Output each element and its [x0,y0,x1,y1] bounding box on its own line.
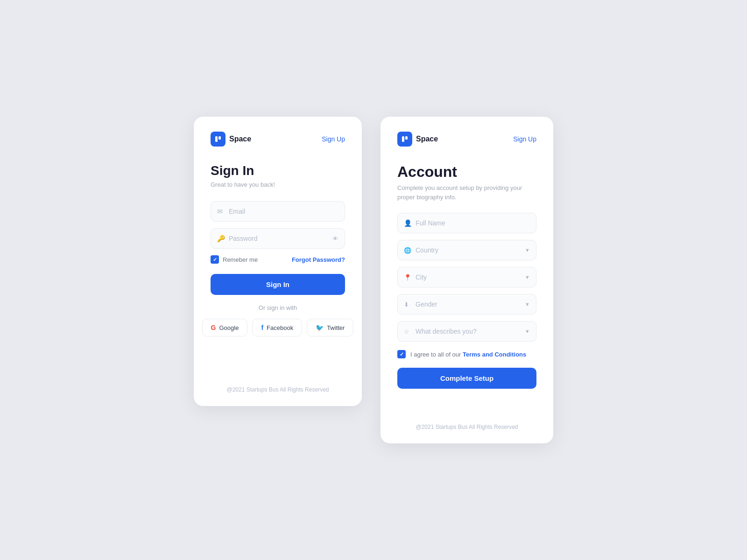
password-icon: 🔑 [217,235,225,242]
city-select[interactable]: City [397,267,536,287]
country-wrapper: 🌐 Country ▼ [397,240,536,260]
facebook-icon: f [261,324,263,331]
account-title: Account [397,163,536,181]
describes-select[interactable]: What describes you? [397,321,536,342]
remember-label: Remeber me [223,256,258,263]
terms-checkbox[interactable] [397,350,406,358]
google-button[interactable]: G Google [202,319,248,336]
social-row: G Google f Facebook 🐦 Twitter [211,319,345,336]
terms-row: I agree to all of our Terms and Conditio… [397,350,536,358]
person-icon: 👤 [404,219,412,227]
gender-select[interactable]: Gender [397,294,536,315]
remember-checkbox[interactable] [211,255,219,264]
city-wrapper: 📍 City ▼ [397,267,536,287]
remember-left: Remeber me [211,255,258,264]
fullname-input[interactable] [397,213,536,233]
email-wrapper: ✉ [211,201,345,222]
password-wrapper: 🔑 👁 [211,228,345,249]
eye-icon[interactable]: 👁 [332,235,338,242]
svg-rect-3 [405,136,408,140]
svg-rect-2 [402,136,404,142]
signin-title: Sign In [211,163,345,178]
account-logo-icon [397,132,412,147]
complete-setup-button[interactable]: Complete Setup [397,368,536,389]
account-logo-text: Space [416,135,438,143]
country-select[interactable]: Country [397,240,536,260]
email-icon: ✉ [217,208,223,215]
twitter-button[interactable]: 🐦 Twitter [307,319,353,336]
fullname-wrapper: 👤 [397,213,536,233]
twitter-icon: 🐦 [316,324,324,331]
signin-card: Space Sign Up Sign In Great to have you … [194,117,362,406]
account-logo-area: Space [397,132,438,147]
terms-text: I agree to all of our Terms and Conditio… [410,351,526,358]
signin-subtitle: Great to have you back! [211,181,345,188]
svg-rect-0 [215,136,218,142]
signin-logo-area: Space [211,132,251,147]
signin-logo-icon [211,132,226,147]
or-text: Or sign in with [211,304,345,311]
describes-wrapper: ☆ What describes you? ▼ [397,321,536,342]
google-icon: G [211,324,216,331]
terms-prefix: I agree to all of our [410,351,463,358]
facebook-label: Facebook [267,324,293,331]
account-signup-link[interactable]: Sign Up [513,135,536,143]
facebook-button[interactable]: f Facebook [252,319,302,336]
account-header: Space Sign Up [397,132,536,147]
google-label: Google [219,324,239,331]
signin-button[interactable]: Sign In [211,274,345,295]
signin-logo-text: Space [229,135,251,143]
forgot-password-link[interactable]: Forgot Password? [292,256,345,263]
remember-row: Remeber me Forgot Password? [211,255,345,264]
terms-link[interactable]: Terms and Conditions [463,351,526,358]
signin-signup-link[interactable]: Sign Up [322,135,345,143]
signin-footer: @2021 Startups Bus All Rights Reserved [211,379,345,393]
signin-header: Space Sign Up [211,132,345,147]
account-card: Space Sign Up Account Complete you accou… [381,117,553,443]
twitter-label: Twitter [327,324,345,331]
email-input[interactable] [211,201,345,222]
account-subtitle: Complete you account setup by providing … [397,183,536,202]
account-footer: @2021 Startups Bus All Rights Reserved [397,416,536,430]
svg-rect-1 [218,136,221,140]
gender-wrapper: ⬇ Gender ▼ [397,294,536,315]
page-wrapper: Space Sign Up Sign In Great to have you … [175,79,572,481]
password-input[interactable] [211,228,345,249]
